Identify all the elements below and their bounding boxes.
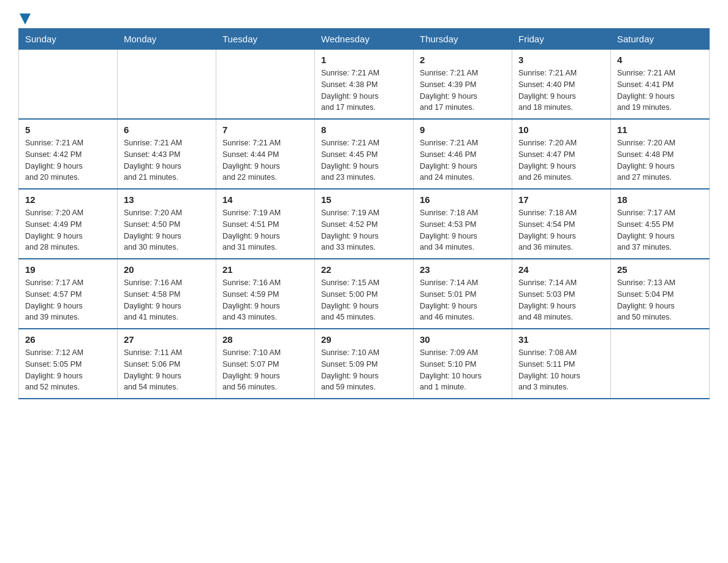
week-row-5: 26Sunrise: 7:12 AMSunset: 5:05 PMDayligh…	[19, 329, 710, 399]
day-number: 20	[124, 264, 210, 275]
day-info: Sunrise: 7:14 AMSunset: 5:01 PMDaylight:…	[420, 277, 506, 323]
calendar-cell: 1Sunrise: 7:21 AMSunset: 4:38 PMDaylight…	[315, 50, 414, 120]
day-info: Sunrise: 7:21 AMSunset: 4:38 PMDaylight:…	[321, 67, 407, 113]
logo-triangle-icon	[20, 13, 31, 25]
calendar-cell: 2Sunrise: 7:21 AMSunset: 4:39 PMDaylight…	[414, 50, 512, 120]
calendar-cell: 30Sunrise: 7:09 AMSunset: 5:10 PMDayligh…	[414, 329, 512, 399]
calendar-cell: 16Sunrise: 7:18 AMSunset: 4:53 PMDayligh…	[414, 189, 512, 259]
calendar-cell: 7Sunrise: 7:21 AMSunset: 4:44 PMDaylight…	[216, 119, 315, 189]
weekday-header-friday: Friday	[512, 29, 611, 50]
calendar-cell: 9Sunrise: 7:21 AMSunset: 4:46 PMDaylight…	[414, 119, 512, 189]
day-number: 31	[518, 334, 604, 345]
day-info: Sunrise: 7:12 AMSunset: 5:05 PMDaylight:…	[25, 347, 111, 393]
calendar-cell	[611, 329, 710, 399]
day-info: Sunrise: 7:21 AMSunset: 4:39 PMDaylight:…	[420, 67, 506, 113]
day-number: 9	[420, 124, 506, 135]
day-number: 24	[518, 264, 604, 275]
day-number: 4	[617, 55, 703, 65]
day-info: Sunrise: 7:17 AMSunset: 4:55 PMDaylight:…	[617, 207, 703, 253]
day-info: Sunrise: 7:14 AMSunset: 5:03 PMDaylight:…	[518, 277, 604, 323]
day-number: 11	[617, 124, 703, 135]
day-info: Sunrise: 7:19 AMSunset: 4:51 PMDaylight:…	[222, 207, 308, 253]
day-number: 8	[321, 124, 407, 135]
day-info: Sunrise: 7:21 AMSunset: 4:43 PMDaylight:…	[124, 137, 210, 183]
day-number: 18	[617, 194, 703, 205]
day-info: Sunrise: 7:13 AMSunset: 5:04 PMDaylight:…	[617, 277, 703, 323]
day-number: 28	[222, 334, 308, 345]
day-info: Sunrise: 7:09 AMSunset: 5:10 PMDaylight:…	[420, 347, 506, 393]
weekday-header-saturday: Saturday	[611, 29, 710, 50]
calendar-cell: 27Sunrise: 7:11 AMSunset: 5:06 PMDayligh…	[118, 329, 216, 399]
calendar-cell: 28Sunrise: 7:10 AMSunset: 5:07 PMDayligh…	[216, 329, 315, 399]
logo	[18, 12, 31, 22]
weekday-header-row: SundayMondayTuesdayWednesdayThursdayFrid…	[19, 29, 710, 50]
weekday-header-wednesday: Wednesday	[315, 29, 414, 50]
day-number: 27	[124, 334, 210, 345]
calendar-cell: 10Sunrise: 7:20 AMSunset: 4:47 PMDayligh…	[512, 119, 611, 189]
day-info: Sunrise: 7:21 AMSunset: 4:44 PMDaylight:…	[222, 137, 308, 183]
day-number: 16	[420, 194, 506, 205]
calendar-cell: 29Sunrise: 7:10 AMSunset: 5:09 PMDayligh…	[315, 329, 414, 399]
calendar-cell: 31Sunrise: 7:08 AMSunset: 5:11 PMDayligh…	[512, 329, 611, 399]
day-number: 14	[222, 194, 308, 205]
day-info: Sunrise: 7:21 AMSunset: 4:41 PMDaylight:…	[617, 67, 703, 113]
day-info: Sunrise: 7:16 AMSunset: 4:58 PMDaylight:…	[124, 277, 210, 323]
day-info: Sunrise: 7:20 AMSunset: 4:50 PMDaylight:…	[124, 207, 210, 253]
day-number: 13	[124, 194, 210, 205]
calendar-cell: 15Sunrise: 7:19 AMSunset: 4:52 PMDayligh…	[315, 189, 414, 259]
weekday-header-monday: Monday	[118, 29, 216, 50]
day-info: Sunrise: 7:10 AMSunset: 5:09 PMDaylight:…	[321, 347, 407, 393]
day-info: Sunrise: 7:08 AMSunset: 5:11 PMDaylight:…	[518, 347, 604, 393]
calendar-cell: 11Sunrise: 7:20 AMSunset: 4:48 PMDayligh…	[611, 119, 710, 189]
day-info: Sunrise: 7:19 AMSunset: 4:52 PMDaylight:…	[321, 207, 407, 253]
weekday-header-tuesday: Tuesday	[216, 29, 315, 50]
weekday-header-thursday: Thursday	[414, 29, 512, 50]
day-number: 1	[321, 55, 407, 65]
calendar-cell: 24Sunrise: 7:14 AMSunset: 5:03 PMDayligh…	[512, 259, 611, 329]
calendar-cell: 25Sunrise: 7:13 AMSunset: 5:04 PMDayligh…	[611, 259, 710, 329]
calendar-body: 1Sunrise: 7:21 AMSunset: 4:38 PMDaylight…	[19, 50, 710, 399]
calendar-cell: 14Sunrise: 7:19 AMSunset: 4:51 PMDayligh…	[216, 189, 315, 259]
day-info: Sunrise: 7:20 AMSunset: 4:49 PMDaylight:…	[25, 207, 111, 253]
calendar-cell: 18Sunrise: 7:17 AMSunset: 4:55 PMDayligh…	[611, 189, 710, 259]
calendar-cell	[19, 50, 118, 120]
week-row-2: 5Sunrise: 7:21 AMSunset: 4:42 PMDaylight…	[19, 119, 710, 189]
day-number: 12	[25, 194, 111, 205]
day-info: Sunrise: 7:15 AMSunset: 5:00 PMDaylight:…	[321, 277, 407, 323]
day-info: Sunrise: 7:20 AMSunset: 4:48 PMDaylight:…	[617, 137, 703, 183]
day-number: 30	[420, 334, 506, 345]
day-number: 29	[321, 334, 407, 345]
day-number: 23	[420, 264, 506, 275]
day-info: Sunrise: 7:21 AMSunset: 4:42 PMDaylight:…	[25, 137, 111, 183]
day-number: 2	[420, 55, 506, 65]
svg-marker-0	[20, 13, 31, 25]
day-info: Sunrise: 7:21 AMSunset: 4:45 PMDaylight:…	[321, 137, 407, 183]
week-row-3: 12Sunrise: 7:20 AMSunset: 4:49 PMDayligh…	[19, 189, 710, 259]
calendar-cell: 17Sunrise: 7:18 AMSunset: 4:54 PMDayligh…	[512, 189, 611, 259]
day-info: Sunrise: 7:21 AMSunset: 4:46 PMDaylight:…	[420, 137, 506, 183]
page-header	[18, 12, 710, 22]
day-number: 5	[25, 124, 111, 135]
day-number: 6	[124, 124, 210, 135]
calendar-cell	[118, 50, 216, 120]
day-number: 15	[321, 194, 407, 205]
calendar-cell: 26Sunrise: 7:12 AMSunset: 5:05 PMDayligh…	[19, 329, 118, 399]
day-number: 26	[25, 334, 111, 345]
day-info: Sunrise: 7:17 AMSunset: 4:57 PMDaylight:…	[25, 277, 111, 323]
calendar-cell: 22Sunrise: 7:15 AMSunset: 5:00 PMDayligh…	[315, 259, 414, 329]
day-info: Sunrise: 7:10 AMSunset: 5:07 PMDaylight:…	[222, 347, 308, 393]
calendar-header: SundayMondayTuesdayWednesdayThursdayFrid…	[19, 29, 710, 50]
day-number: 21	[222, 264, 308, 275]
calendar-cell: 21Sunrise: 7:16 AMSunset: 4:59 PMDayligh…	[216, 259, 315, 329]
day-info: Sunrise: 7:18 AMSunset: 4:54 PMDaylight:…	[518, 207, 604, 253]
day-number: 17	[518, 194, 604, 205]
calendar-cell: 20Sunrise: 7:16 AMSunset: 4:58 PMDayligh…	[118, 259, 216, 329]
day-info: Sunrise: 7:21 AMSunset: 4:40 PMDaylight:…	[518, 67, 604, 113]
day-number: 25	[617, 264, 703, 275]
calendar-table: SundayMondayTuesdayWednesdayThursdayFrid…	[18, 28, 710, 399]
day-number: 19	[25, 264, 111, 275]
day-number: 3	[518, 55, 604, 65]
calendar-cell: 23Sunrise: 7:14 AMSunset: 5:01 PMDayligh…	[414, 259, 512, 329]
day-info: Sunrise: 7:20 AMSunset: 4:47 PMDaylight:…	[518, 137, 604, 183]
calendar-cell: 6Sunrise: 7:21 AMSunset: 4:43 PMDaylight…	[118, 119, 216, 189]
